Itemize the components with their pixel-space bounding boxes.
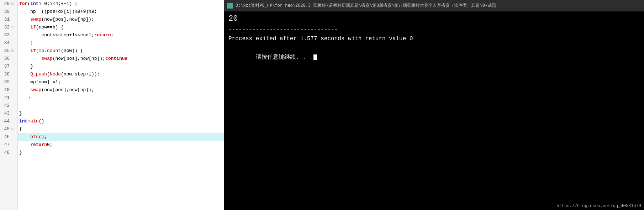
terminal-body: 20 -------------------------------- Proc… bbox=[224, 11, 644, 210]
code-line-45: { bbox=[18, 125, 224, 133]
code-line-38: Q.push(Node(now,step+1)); bbox=[18, 70, 224, 78]
code-line-48: } bbox=[18, 149, 224, 157]
line-number-46: 46 bbox=[0, 133, 16, 141]
terminal-panel: D:\xzc资料PC_HP\for hao\2020.3 蓝桥杯\蓝桥杯历届真题… bbox=[224, 0, 644, 210]
line-number-44: 44 bbox=[0, 117, 16, 125]
line-number-39: 39 bbox=[0, 78, 16, 86]
line-number-40: 40 bbox=[0, 86, 16, 94]
line-number-47: 47 bbox=[0, 141, 16, 149]
line-number-29: 29□ bbox=[0, 0, 16, 8]
line-number-32: 32□ bbox=[0, 23, 16, 31]
fold-icon-35[interactable]: □ bbox=[10, 49, 15, 53]
fold-icon-32[interactable]: □ bbox=[10, 25, 15, 30]
code-line-30: np = ((pos+dx[i])%9+9)%9; bbox=[18, 8, 224, 16]
line-number-35: 35□ bbox=[0, 47, 16, 55]
code-line-44: int main() bbox=[18, 117, 224, 125]
code-line-33: cout<<step+1<<endl;return; bbox=[18, 31, 224, 39]
code-editor: 29□303132□333435□36373839404142434445□46… bbox=[0, 0, 224, 210]
fold-icon-29[interactable]: □ bbox=[10, 2, 15, 6]
line-number-42: 42 bbox=[0, 102, 16, 110]
line-numbers: 29□303132□333435□36373839404142434445□46… bbox=[0, 0, 18, 210]
line-number-31: 31 bbox=[0, 16, 16, 23]
line-number-30: 30 bbox=[0, 8, 16, 16]
line-number-48: 48 bbox=[0, 149, 16, 157]
code-line-43: } bbox=[18, 110, 224, 117]
fold-icon-45[interactable]: □ bbox=[10, 127, 15, 131]
line-number-34: 34 bbox=[0, 39, 16, 47]
code-line-37: } bbox=[18, 63, 224, 70]
line-number-36: 36 bbox=[0, 55, 16, 63]
line-number-38: 38 bbox=[0, 70, 16, 78]
line-number-33: 33 bbox=[0, 31, 16, 39]
terminal-title: D:\xzc资料PC_HP\for hao\2020.3 蓝桥杯\蓝桥杯历届真题… bbox=[236, 2, 496, 9]
line-number-45: 45□ bbox=[0, 125, 16, 133]
terminal-prompt-line: 请按任意键继续. . . bbox=[228, 43, 640, 71]
code-line-46: bfs(); bbox=[18, 133, 224, 141]
code-line-36: swap(now[pos],now[np]);continue bbox=[18, 55, 224, 63]
code-line-32: if(now==b) { bbox=[18, 23, 224, 31]
code-line-42 bbox=[18, 102, 224, 110]
line-number-43: 43 bbox=[0, 110, 16, 117]
terminal-icon bbox=[227, 3, 233, 9]
code-lines: for(int i=0;i<4;++i) { np = ((pos+dx[i])… bbox=[18, 0, 224, 210]
code-area: 29□303132□333435□36373839404142434445□46… bbox=[0, 0, 224, 210]
code-line-35: if(mp.count(now)) { bbox=[18, 47, 224, 55]
code-line-31: swap(now[pos],now[np]); bbox=[18, 16, 224, 23]
terminal-url: https://blog.csdn.net/qq_40531479 bbox=[556, 204, 641, 209]
code-line-41: } bbox=[18, 94, 224, 102]
terminal-process-line: Process exited after 1.577 seconds with … bbox=[228, 34, 640, 43]
code-line-39: mp[now] = 1; bbox=[18, 78, 224, 86]
code-line-47: return 0; bbox=[18, 141, 224, 149]
terminal-output-number: 20 bbox=[228, 14, 640, 23]
terminal-wrapper: 20 -------------------------------- Proc… bbox=[224, 11, 644, 210]
line-number-37: 37 bbox=[0, 63, 16, 70]
terminal-separator: -------------------------------- bbox=[228, 25, 640, 34]
code-line-40: swap(now[pos],now[np]); bbox=[18, 86, 224, 94]
line-number-41: 41 bbox=[0, 94, 16, 102]
terminal-titlebar: D:\xzc资料PC_HP\for hao\2020.3 蓝桥杯\蓝桥杯历届真题… bbox=[224, 0, 644, 11]
cursor bbox=[313, 54, 317, 60]
code-line-34: } bbox=[18, 39, 224, 47]
code-line-29: for(int i=0;i<4;++i) { bbox=[18, 0, 224, 8]
